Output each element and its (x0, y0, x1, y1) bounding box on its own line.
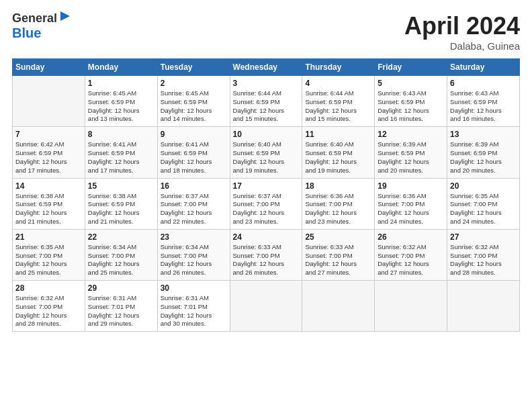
calendar-cell: 24Sunrise: 6:33 AMSunset: 7:00 PMDayligh… (230, 229, 302, 280)
calendar-cell: 12Sunrise: 6:39 AMSunset: 6:59 PMDayligh… (375, 127, 447, 178)
calendar-cell: 28Sunrise: 6:32 AMSunset: 7:00 PMDayligh… (13, 281, 85, 332)
calendar-cell: 10Sunrise: 6:40 AMSunset: 6:59 PMDayligh… (230, 127, 302, 178)
day-info: Sunrise: 6:36 AMSunset: 7:00 PMDaylight:… (305, 192, 371, 226)
logo-arrow-icon (59, 10, 71, 22)
day-number: 3 (233, 79, 300, 88)
calendar-table: SundayMondayTuesdayWednesdayThursdayFrid… (12, 58, 520, 332)
calendar-cell: 21Sunrise: 6:35 AMSunset: 7:00 PMDayligh… (13, 229, 85, 280)
calendar-cell: 4Sunrise: 6:44 AMSunset: 6:59 PMDaylight… (302, 76, 375, 127)
calendar-cell: 11Sunrise: 6:40 AMSunset: 6:59 PMDayligh… (302, 127, 375, 178)
day-number: 7 (15, 130, 82, 139)
day-info: Sunrise: 6:43 AMSunset: 6:59 PMDaylight:… (450, 89, 517, 124)
day-number: 6 (450, 79, 517, 88)
day-number: 18 (305, 181, 371, 191)
week-row-3: 14Sunrise: 6:38 AMSunset: 6:59 PMDayligh… (13, 178, 520, 229)
calendar-cell: 3Sunrise: 6:44 AMSunset: 6:59 PMDaylight… (230, 76, 302, 127)
day-number: 14 (15, 181, 82, 191)
day-info: Sunrise: 6:40 AMSunset: 6:59 PMDaylight:… (233, 140, 300, 175)
day-info: Sunrise: 6:38 AMSunset: 6:59 PMDaylight:… (88, 192, 154, 226)
day-info: Sunrise: 6:32 AMSunset: 7:00 PMDaylight:… (450, 243, 517, 277)
day-info: Sunrise: 6:40 AMSunset: 6:59 PMDaylight:… (305, 140, 371, 175)
day-number: 27 (450, 232, 517, 242)
day-info: Sunrise: 6:45 AMSunset: 6:59 PMDaylight:… (88, 89, 154, 124)
calendar-cell: 25Sunrise: 6:33 AMSunset: 7:00 PMDayligh… (302, 229, 375, 280)
day-info: Sunrise: 6:37 AMSunset: 7:00 PMDaylight:… (161, 192, 227, 226)
calendar-cell: 1Sunrise: 6:45 AMSunset: 6:59 PMDaylight… (85, 76, 157, 127)
weekday-header-row: SundayMondayTuesdayWednesdayThursdayFrid… (13, 59, 520, 76)
calendar-cell: 29Sunrise: 6:31 AMSunset: 7:01 PMDayligh… (85, 281, 157, 332)
day-number: 2 (161, 79, 227, 88)
day-number: 17 (233, 181, 300, 191)
day-info: Sunrise: 6:39 AMSunset: 6:59 PMDaylight:… (450, 140, 517, 175)
calendar-cell (13, 76, 85, 127)
week-row-5: 28Sunrise: 6:32 AMSunset: 7:00 PMDayligh… (13, 281, 520, 332)
weekday-header-tuesday: Tuesday (157, 59, 230, 76)
month-title: April 2024 (404, 12, 520, 40)
calendar-cell: 7Sunrise: 6:42 AMSunset: 6:59 PMDaylight… (13, 127, 85, 178)
day-info: Sunrise: 6:45 AMSunset: 6:59 PMDaylight:… (161, 89, 227, 124)
svg-marker-0 (60, 11, 70, 21)
calendar-cell (447, 281, 520, 332)
calendar-cell: 22Sunrise: 6:34 AMSunset: 7:00 PMDayligh… (85, 229, 157, 280)
day-number: 1 (88, 79, 154, 88)
calendar-cell: 20Sunrise: 6:35 AMSunset: 7:00 PMDayligh… (447, 178, 520, 229)
day-info: Sunrise: 6:34 AMSunset: 7:00 PMDaylight:… (88, 243, 154, 277)
calendar-cell: 19Sunrise: 6:36 AMSunset: 7:00 PMDayligh… (375, 178, 447, 229)
day-info: Sunrise: 6:44 AMSunset: 6:59 PMDaylight:… (305, 89, 371, 124)
day-info: Sunrise: 6:32 AMSunset: 7:00 PMDaylight:… (378, 243, 444, 277)
day-info: Sunrise: 6:32 AMSunset: 7:00 PMDaylight:… (15, 294, 82, 328)
day-number: 10 (233, 130, 300, 139)
calendar-cell: 17Sunrise: 6:37 AMSunset: 7:00 PMDayligh… (230, 178, 302, 229)
day-number: 20 (450, 181, 517, 191)
day-info: Sunrise: 6:35 AMSunset: 7:00 PMDaylight:… (450, 192, 517, 226)
day-info: Sunrise: 6:31 AMSunset: 7:01 PMDaylight:… (161, 294, 227, 328)
day-info: Sunrise: 6:39 AMSunset: 6:59 PMDaylight:… (378, 140, 444, 175)
week-row-4: 21Sunrise: 6:35 AMSunset: 7:00 PMDayligh… (13, 229, 520, 280)
calendar-cell: 15Sunrise: 6:38 AMSunset: 6:59 PMDayligh… (85, 178, 157, 229)
day-number: 4 (305, 79, 371, 88)
day-number: 28 (15, 283, 82, 293)
weekday-header-wednesday: Wednesday (230, 59, 302, 76)
day-info: Sunrise: 6:44 AMSunset: 6:59 PMDaylight:… (233, 89, 300, 124)
day-info: Sunrise: 6:33 AMSunset: 7:00 PMDaylight:… (233, 243, 300, 277)
day-info: Sunrise: 6:34 AMSunset: 7:00 PMDaylight:… (161, 243, 227, 277)
calendar-cell: 9Sunrise: 6:41 AMSunset: 6:59 PMDaylight… (157, 127, 230, 178)
day-number: 29 (88, 283, 154, 293)
day-info: Sunrise: 6:43 AMSunset: 6:59 PMDaylight:… (378, 89, 444, 124)
calendar-cell (375, 281, 447, 332)
calendar-cell: 2Sunrise: 6:45 AMSunset: 6:59 PMDaylight… (157, 76, 230, 127)
day-info: Sunrise: 6:37 AMSunset: 7:00 PMDaylight:… (233, 192, 300, 226)
day-number: 25 (305, 232, 371, 242)
day-info: Sunrise: 6:36 AMSunset: 7:00 PMDaylight:… (378, 192, 444, 226)
calendar-cell: 18Sunrise: 6:36 AMSunset: 7:00 PMDayligh… (302, 178, 375, 229)
day-info: Sunrise: 6:35 AMSunset: 7:00 PMDaylight:… (15, 243, 82, 277)
header: General Blue April 2024 Dalaba, Guinea (12, 12, 520, 52)
calendar-cell: 27Sunrise: 6:32 AMSunset: 7:00 PMDayligh… (447, 229, 520, 280)
weekday-header-thursday: Thursday (302, 59, 375, 76)
week-row-1: 1Sunrise: 6:45 AMSunset: 6:59 PMDaylight… (13, 76, 520, 127)
day-number: 15 (88, 181, 154, 191)
calendar-cell (230, 281, 302, 332)
day-number: 22 (88, 232, 154, 242)
day-number: 13 (450, 130, 517, 139)
day-number: 12 (378, 130, 444, 139)
weekday-header-sunday: Sunday (13, 59, 85, 76)
day-number: 23 (161, 232, 227, 242)
calendar-cell: 26Sunrise: 6:32 AMSunset: 7:00 PMDayligh… (375, 229, 447, 280)
logo-general: General (12, 11, 57, 25)
calendar-cell: 30Sunrise: 6:31 AMSunset: 7:01 PMDayligh… (157, 281, 230, 332)
calendar-cell (302, 281, 375, 332)
page: General Blue April 2024 Dalaba, Guinea S… (0, 0, 532, 411)
day-number: 9 (161, 130, 227, 139)
calendar-cell: 5Sunrise: 6:43 AMSunset: 6:59 PMDaylight… (375, 76, 447, 127)
logo-blue: Blue (12, 26, 41, 40)
day-number: 24 (233, 232, 300, 242)
logo-text: General Blue (12, 12, 71, 40)
logo: General Blue (12, 12, 71, 40)
day-info: Sunrise: 6:42 AMSunset: 6:59 PMDaylight:… (15, 140, 82, 175)
day-info: Sunrise: 6:33 AMSunset: 7:00 PMDaylight:… (305, 243, 371, 277)
weekday-header-friday: Friday (375, 59, 447, 76)
calendar-cell: 16Sunrise: 6:37 AMSunset: 7:00 PMDayligh… (157, 178, 230, 229)
day-number: 30 (161, 283, 227, 293)
calendar-cell: 23Sunrise: 6:34 AMSunset: 7:00 PMDayligh… (157, 229, 230, 280)
